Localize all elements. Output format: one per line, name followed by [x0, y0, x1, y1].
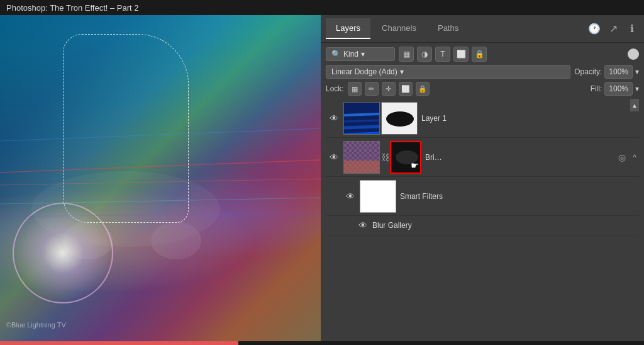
panels-area: Layers Channels Paths 🕐 ↗ ℹ 🔍 Kind ▾ ▦ — [321, 15, 644, 341]
search-icon: 🔍 — [331, 50, 341, 59]
smart-filters-thumb — [360, 180, 396, 213]
bri-smart-icon: ◎ — [616, 152, 628, 163]
progress-bar — [0, 341, 644, 345]
filter-row: 🔍 Kind ▾ ▦ ◑ T ⬜ 🔒 — [326, 47, 639, 62]
layer1-mask-thumb — [381, 102, 418, 135]
tab-paths[interactable]: Paths — [428, 18, 469, 39]
blur-gallery-item: 👁 Blur Gallery — [326, 216, 639, 235]
panel-tabs-left: Layers Channels Paths — [326, 18, 469, 39]
fill-control: Fill: 100% ▾ — [591, 82, 639, 96]
layers-list: 👁 — [326, 99, 639, 337]
canvas-image — [0, 15, 321, 341]
filter-smart-icon[interactable]: 🔒 — [472, 47, 487, 62]
layer1-mask-svg — [382, 103, 417, 134]
lock-move-icon[interactable]: ✛ — [382, 82, 396, 96]
lock-label: Lock: — [326, 84, 344, 93]
svg-line-4 — [0, 179, 321, 185]
svg-line-6 — [0, 198, 321, 204]
smart-filters-item: 👁 Smart Filters — [326, 177, 639, 216]
svg-line-9 — [344, 114, 379, 115]
blend-row: Linear Dodge (Add) ▾ Opacity: 100% ▾ — [326, 65, 639, 79]
tab-layers[interactable]: Layers — [326, 18, 370, 39]
filter-pixel-icon[interactable]: ▦ — [399, 47, 414, 62]
fill-arrow[interactable]: ▾ — [635, 84, 639, 93]
svg-line-3 — [0, 160, 321, 172]
tab-channels[interactable]: Channels — [372, 18, 426, 39]
svg-line-5 — [0, 128, 321, 141]
opacity-value[interactable]: 100% — [604, 65, 633, 79]
opacity-arrow[interactable]: ▾ — [635, 67, 639, 76]
bri-chain-icon: ⛓ — [381, 152, 389, 162]
svg-line-10 — [344, 120, 379, 122]
fill-label: Fill: — [591, 84, 602, 93]
lock-all-icon[interactable]: 🔒 — [416, 82, 430, 96]
layer1-thumb-group — [343, 102, 418, 135]
filter-adjustment-icon[interactable]: ◑ — [417, 47, 432, 62]
layer1-name: Layer 1 — [421, 114, 636, 123]
kind-dropdown-arrow: ▾ — [361, 50, 365, 59]
svg-point-14 — [386, 111, 414, 127]
bri-name: Bri… — [425, 153, 613, 162]
svg-line-12 — [344, 133, 379, 134]
svg-line-11 — [344, 127, 379, 128]
blend-mode-label: Linear Dodge (Add) — [331, 67, 397, 76]
kind-label: Kind — [343, 50, 358, 59]
layers-panel: 🔍 Kind ▾ ▦ ◑ T ⬜ 🔒 Linear Dodge (Add) ▾ — [321, 43, 644, 341]
layer1-visibility-eye[interactable]: 👁 — [328, 113, 340, 124]
blend-mode-dropdown[interactable]: Linear Dodge (Add) ▾ — [326, 65, 570, 79]
fill-value[interactable]: 100% — [604, 82, 633, 96]
opacity-control: Opacity: 100% ▾ — [574, 65, 639, 79]
svg-rect-21 — [344, 161, 379, 173]
bri-content-thumb — [343, 141, 380, 174]
info-icon[interactable]: ℹ — [625, 22, 639, 36]
canvas-watermark: ©Blue Lightning TV — [6, 321, 66, 329]
scroll-up-arrow[interactable]: ▲ — [630, 99, 639, 111]
title-bar: Photoshop: The Tron Effect! – Part 2 — [0, 0, 644, 15]
svg-line-7 — [0, 213, 321, 217]
bri-visibility-eye[interactable]: 👁 — [328, 152, 340, 163]
blur-gallery-name: Blur Gallery — [372, 221, 636, 230]
lock-transparent-icon[interactable]: ▦ — [348, 82, 362, 96]
kind-dropdown[interactable]: 🔍 Kind ▾ — [326, 47, 395, 61]
bri-expand-arrow[interactable]: ^ — [633, 153, 636, 162]
layer1-thumb-svg — [344, 103, 379, 134]
lock-paint-icon[interactable]: ✏ — [365, 82, 379, 96]
opacity-label: Opacity: — [574, 67, 602, 76]
app-title: Photoshop: The Tron Effect! – Part 2 — [6, 3, 139, 13]
panel-tabs-right: 🕐 ↗ ℹ — [587, 22, 639, 36]
lock-artboard-icon[interactable]: ⬜ — [399, 82, 413, 96]
filter-shape-icon[interactable]: ⬜ — [453, 47, 469, 62]
svg-rect-8 — [344, 103, 379, 134]
share-icon[interactable]: ↗ — [606, 22, 620, 36]
bri-hand-cursor: ☛ — [411, 160, 419, 171]
blend-dropdown-arrow: ▾ — [400, 67, 404, 76]
canvas-area: ©Blue Lightning TV — [0, 15, 321, 341]
clock-icon[interactable]: 🕐 — [587, 22, 601, 36]
filter-type-icon[interactable]: T — [435, 47, 450, 62]
layer1-content-thumb — [343, 102, 380, 135]
progress-fill — [0, 341, 238, 345]
tron-lines — [0, 15, 321, 341]
bri-thumb-svg — [344, 142, 379, 173]
filter-icons: ▦ ◑ T ⬜ 🔒 — [399, 47, 487, 62]
bri-thumb-group: ⛓ ☛ — [343, 141, 421, 174]
layer-item-bri[interactable]: 👁 — [326, 138, 639, 177]
lock-row: Lock: ▦ ✏ ✛ ⬜ 🔒 Fill: 100% ▾ — [326, 82, 639, 96]
bri-mask-thumb: ☛ — [390, 141, 421, 174]
panel-tabs: Layers Channels Paths 🕐 ↗ ℹ — [321, 15, 644, 43]
lock-icons: ▦ ✏ ✛ ⬜ 🔒 — [348, 82, 430, 96]
layers-scroll-wrapper: 👁 — [326, 99, 639, 337]
smart-filters-name: Smart Filters — [400, 192, 636, 201]
blur-gallery-eye[interactable]: 👁 — [357, 220, 369, 231]
main-layout: ©Blue Lightning TV Layers Channels Paths… — [0, 15, 644, 341]
layer-item-layer1[interactable]: 👁 — [326, 99, 639, 138]
filter-toggle[interactable] — [628, 48, 639, 60]
smart-filters-eye[interactable]: 👁 — [345, 191, 356, 202]
